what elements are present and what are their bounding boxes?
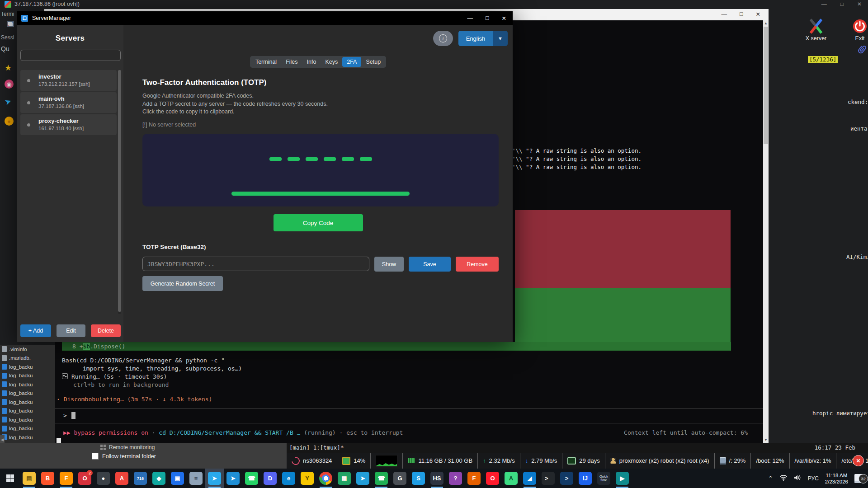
scroll-down-icon[interactable]: ▼ [763,438,769,442]
totp-code-display[interactable] [142,134,499,206]
taskbar-icon-chrome[interactable] [316,469,335,488]
tab-terminal[interactable]: Terminal [251,57,281,67]
minimize-icon[interactable]: — [821,1,827,7]
generate-random-secret-button[interactable]: Generate Random Secret [142,276,223,291]
stat-ram[interactable]: 11.16 GB / 31.00 GB [402,453,477,469]
x-server-label[interactable]: X server [800,35,832,42]
stat-cpu[interactable]: 14% [337,453,370,469]
close-icon[interactable]: ✕ [857,1,862,7]
tab-files[interactable]: Files [281,57,302,67]
tray-expand-icon[interactable]: ⌃ [768,475,773,482]
server-manager-titlebar[interactable]: ServerManager — □ ✕ [17,11,513,25]
stat-path[interactable]: /var/lib/vz: 1% [789,453,836,469]
remote-monitoring-label[interactable]: Remote monitoring [100,444,155,450]
info-button[interactable]: i [433,31,453,46]
tab-keys[interactable]: Keys [321,57,342,67]
start-button[interactable] [0,469,20,488]
taskbar-icon-cmd[interactable]: >_ [539,469,557,488]
x-server-icon[interactable] [807,18,825,34]
sessions-label[interactable]: Sessi [1,34,14,41]
add-server-button[interactable]: + Add [20,324,51,337]
file-list-item[interactable]: log_backu [0,415,55,424]
file-list-item[interactable]: log_backu [0,424,55,433]
keyboard-language-indicator[interactable]: РУС [808,475,819,482]
chevron-down-icon[interactable]: ⌄ [836,443,840,448]
taskbar-icon-firefox-2[interactable]: F [465,469,483,488]
maximize-icon[interactable]: □ [740,11,743,18]
taskbar-icon-opera-2[interactable]: O [483,469,502,488]
file-list-item[interactable]: log_backu [0,433,55,442]
tab-info[interactable]: Info [302,57,321,67]
file-list-item[interactable]: log_backu [0,398,55,407]
stat-up[interactable]: ↑2.32 Mb/s [477,453,520,469]
favorites-star-icon[interactable]: ★ [4,63,13,72]
taskbar-icon-sheets[interactable]: ▦ [335,469,354,488]
taskbar-icon-dark-app[interactable]: ● [94,469,113,488]
server-list-item[interactable]: investor173.212.212.157 [ssh] [20,70,117,91]
server-list-item[interactable]: main-ovh37.187.136.86 [ssh] [20,92,117,113]
stat-down[interactable]: ↓2.79 Mb/s [520,453,562,469]
orange-ball-icon[interactable]: ● [5,117,14,126]
taskbar-icon-quiz[interactable]: ? [446,469,465,488]
notification-center-icon[interactable]: 32 [854,474,864,483]
file-list-item[interactable]: log_backu [0,407,55,416]
language-dropdown[interactable]: English ▼ [458,31,508,46]
minimize-icon[interactable]: — [467,15,473,22]
telegram-plane-icon[interactable]: ➤ [2,96,14,108]
tab-setup[interactable]: Setup [361,57,385,67]
exit-label[interactable]: Exit [849,35,868,42]
file-list-item[interactable]: log_backu [0,371,55,380]
stat-debian[interactable]: ns3063324 [287,453,337,469]
taskbar-icon-android[interactable]: A [502,469,520,488]
taskbar-icon-whatsapp-2[interactable]: ☎ [372,469,391,488]
taskbar-icon-teal-app[interactable]: ◆ [150,469,168,488]
totp-secret-input[interactable] [142,257,369,271]
taskbar-icon-firefox[interactable]: F [57,469,75,488]
terminal-scrollbar[interactable]: ▲ ▼ [763,20,769,443]
terminal-input-box[interactable]: > [55,408,763,423]
scroll-up-icon[interactable]: ▲ [763,21,769,25]
delete-server-button[interactable]: Delete [91,324,121,337]
taskbar-icon-explorer[interactable]: ▤ [20,469,38,488]
scrollbar-thumb[interactable] [764,27,768,144]
terminal-menu-label[interactable]: Termi [1,11,14,17]
taskbar-icon-brave[interactable]: B [38,469,57,488]
taskbar-icon-vscode[interactable]: ◢ [520,469,539,488]
taskbar-icon-quicktime[interactable]: Quick time [594,469,613,488]
chevron-down-icon[interactable]: ▼ [493,31,508,46]
taskbar-icon-terminal-blue[interactable]: ▣ [168,469,187,488]
server-search-input[interactable] [20,50,121,61]
taskbar-icon-skype[interactable]: S [409,469,428,488]
sessions-icon[interactable] [7,21,14,27]
save-secret-button[interactable]: Save [409,257,451,272]
server-list-item[interactable]: proxy-checker161.97.118.40 [ssh] [20,114,117,135]
taskbar-icon-intellij[interactable]: IJ [576,469,594,488]
close-icon[interactable]: ✕ [756,11,760,18]
taskbar-icon-telegram[interactable]: ➤ [205,469,224,488]
stat-monitor[interactable]: 29 days [562,453,605,469]
volume-icon[interactable] [794,474,802,483]
file-list-item[interactable]: log_backu [0,362,55,371]
file-list-item[interactable]: .viminfo [0,345,55,354]
maximize-icon[interactable]: □ [486,15,489,22]
paperclip-icon[interactable] [856,44,867,57]
taskbar-icon-anydesk-address[interactable]: 716 [131,469,150,488]
stat-graph[interactable] [370,453,402,469]
file-list-item[interactable]: log_backu [0,389,55,398]
taskbar-icon-yellow-app[interactable]: Y [298,469,316,488]
close-monitoring-icon[interactable]: ✕ [853,455,864,466]
scrollbar-thumb[interactable] [118,70,121,312]
taskbar-icon-telegram-2[interactable]: ➤ [224,469,242,488]
follow-folder-checkbox[interactable] [92,453,99,460]
stat-users[interactable]: proxmoxer (x2) robot (x2) root (x4) [605,453,714,469]
follow-terminal-folder-option[interactable]: Follow terminal folder [92,453,156,460]
copy-code-button[interactable]: Copy Code [274,214,363,231]
server-list-scrollbar[interactable] [118,70,121,314]
edit-server-button[interactable]: Edit [57,324,85,337]
minimize-icon[interactable]: — [721,11,727,18]
taskbar-icon-gimp[interactable]: G [391,469,409,488]
remove-secret-button[interactable]: Remove [456,257,499,272]
taskbar-icon-media-player[interactable]: ▶ [613,469,632,488]
stat-path[interactable]: /boot: 12% [750,453,789,469]
taskbar-icon-powershell[interactable]: > [557,469,576,488]
